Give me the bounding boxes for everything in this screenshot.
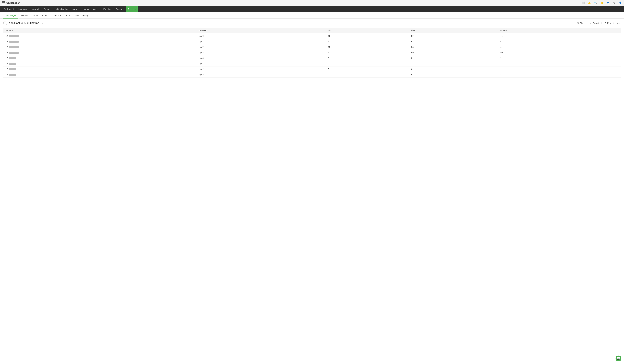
separator-2: | (601, 22, 602, 24)
table-row: 12.cpu3179940 (3, 50, 621, 55)
nav-inventory[interactable]: Inventory (16, 6, 29, 12)
cell-instance: cpu0 (197, 55, 326, 61)
cell-min: 17 (326, 50, 409, 55)
cell-avg: 1 (498, 55, 621, 61)
subnav-audit[interactable]: Audit (63, 12, 73, 19)
col-name[interactable]: Name ▲ (3, 28, 197, 33)
name-redacted (9, 35, 19, 37)
grid-icon[interactable] (2, 1, 5, 4)
nav-maps[interactable]: Maps (81, 6, 91, 12)
cell-min: 15 (326, 44, 409, 50)
separator-1: | (587, 22, 587, 24)
notification-icon[interactable]: 🔔 (600, 1, 603, 5)
subnav-report-settings[interactable]: Report Settings (73, 12, 92, 19)
filter-label: Filter (580, 22, 584, 24)
bell-icon[interactable]: 🔔 (588, 1, 591, 5)
app-bar-left: OpManager (2, 1, 20, 4)
cell-name: 12. (3, 44, 197, 50)
more-actions-button[interactable]: ☰ More Actions (603, 21, 621, 25)
profile-icon[interactable]: 👤 (619, 1, 622, 5)
nav-settings[interactable]: Settings (114, 6, 126, 12)
nav-alarms[interactable]: Alarms (70, 6, 81, 12)
name-prefix: 12. (5, 40, 8, 43)
subnav-firewall[interactable]: Firewall (40, 12, 52, 19)
cell-max: 8 (409, 55, 498, 61)
data-table: Name ▲ Instance Min Max Avg - % 12.cpu01… (3, 28, 621, 78)
back-button[interactable]: ← (3, 21, 7, 25)
cell-avg: 41 (498, 39, 621, 44)
more-actions-label: More Actions (607, 22, 620, 24)
name-prefix: 12. (5, 57, 8, 59)
settings-icon[interactable]: ⚙ (612, 1, 616, 5)
col-min: Min (326, 28, 409, 33)
user-icon[interactable]: 👤 (606, 1, 610, 5)
cell-name: 12. (3, 39, 197, 44)
cell-instance: cpu1 (197, 61, 326, 66)
page-header: ← Xen Host CPU utilisation ☆ ⊟ Filter | … (3, 21, 621, 25)
app-title: OpManager (6, 1, 20, 4)
cell-max: 95 (409, 44, 498, 50)
cell-min: 0 (326, 55, 409, 61)
subnav-ncm[interactable]: NCM (30, 12, 40, 19)
nav-more-icon[interactable]: ⋮ (617, 7, 623, 11)
cell-name: 12. (3, 61, 197, 66)
cell-name: 12. (3, 55, 197, 61)
export-icon: ↗ (590, 22, 592, 24)
table-row: 12.cpu3081 (3, 72, 621, 78)
cell-max: 99 (409, 50, 498, 55)
filter-button[interactable]: ⊟ Filter (576, 21, 586, 25)
cell-name: 12. (3, 33, 197, 39)
nav-network[interactable]: Network (29, 6, 42, 12)
page-header-right: ⊟ Filter | ↗ Export | ☰ More Actions (576, 21, 621, 25)
cell-instance: cpu1 (197, 39, 326, 44)
cell-avg: 1 (498, 66, 621, 72)
subnav-oputils[interactable]: OpUtils (52, 12, 63, 19)
cell-instance: cpu2 (197, 44, 326, 50)
nav-reports[interactable]: Reports (126, 6, 138, 12)
cell-instance: cpu3 (197, 72, 326, 78)
star-icon[interactable]: ☆ (41, 22, 43, 25)
page-title: Xen Host CPU utilisation (9, 22, 39, 25)
name-redacted (9, 41, 19, 43)
cell-name: 12. (3, 50, 197, 55)
name-redacted (9, 68, 16, 70)
cell-avg: 41 (498, 33, 621, 39)
filter-icon: ⊟ (577, 22, 579, 24)
table-row: 12.cpu2159541 (3, 44, 621, 50)
table-row: 12.cpu0081 (3, 55, 621, 61)
app-bar: OpManager ⬜ 🔔 🔍 🔔 👤 ⚙ 👤 (0, 0, 624, 6)
cell-min: 12 (326, 39, 409, 44)
name-redacted (9, 63, 16, 65)
table-row: 12.cpu0169941 (3, 33, 621, 39)
sub-nav: OpManager NetFlow NCM Firewall OpUtils A… (0, 12, 624, 19)
cell-max: 6 (409, 66, 498, 72)
subnav-opmanager[interactable]: OpManager (2, 12, 18, 19)
cell-min: 0 (326, 61, 409, 66)
nav-virtualization[interactable]: Virtualization (54, 6, 70, 12)
search-icon[interactable]: 🔍 (594, 1, 597, 5)
table-row: 12.cpu1129241 (3, 39, 621, 44)
name-redacted (9, 52, 19, 54)
cell-avg: 40 (498, 50, 621, 55)
cell-max: 99 (409, 33, 498, 39)
cell-name: 12. (3, 66, 197, 72)
cell-min: 0 (326, 66, 409, 72)
name-redacted (9, 74, 16, 76)
nav-apps[interactable]: Apps (91, 6, 101, 12)
subnav-netflow[interactable]: NetFlow (18, 12, 31, 19)
table-row: 12.cpu1071 (3, 61, 621, 66)
nav-servers[interactable]: Servers (42, 6, 54, 12)
export-button[interactable]: ↗ Export (589, 21, 600, 25)
cell-avg: 1 (498, 72, 621, 78)
nav-workflow[interactable]: Workflow (101, 6, 114, 12)
cell-max: 92 (409, 39, 498, 44)
cell-min: 16 (326, 33, 409, 39)
nav-dashboard[interactable]: Dashboard (1, 6, 16, 12)
name-prefix: 12. (5, 35, 8, 37)
app-bar-right: ⬜ 🔔 🔍 🔔 👤 ⚙ 👤 (581, 1, 622, 5)
name-prefix: 12. (5, 51, 8, 54)
col-avg: Avg - % (498, 28, 621, 33)
main-nav: Dashboard Inventory Network Servers Virt… (0, 6, 624, 12)
monitor-icon[interactable]: ⬜ (581, 1, 585, 5)
cell-avg: 41 (498, 44, 621, 50)
